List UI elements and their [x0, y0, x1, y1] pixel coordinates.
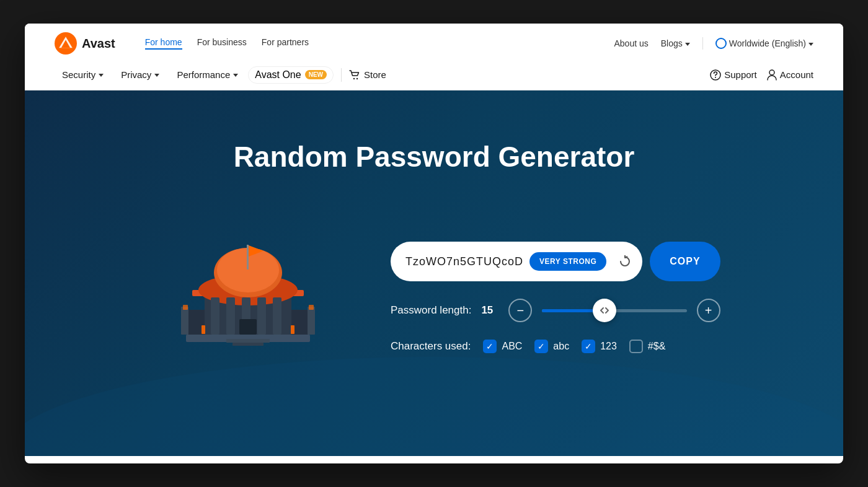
svg-rect-17	[257, 297, 266, 335]
char-checkbox-abc-lower: ✓	[534, 340, 548, 353]
char-label-abc-lower: abc	[553, 341, 569, 352]
svg-rect-21	[181, 307, 188, 335]
chars-row: Characters used: ✓ ABC ✓ abc	[391, 340, 720, 353]
performance-chevron-icon	[233, 74, 238, 77]
support-link[interactable]: Support	[710, 69, 757, 81]
nav-top-right: About us Blogs Worldwide (English)	[614, 37, 813, 50]
blogs-chevron-icon	[685, 43, 690, 46]
svg-rect-26	[226, 339, 270, 343]
nav-vertical-divider	[341, 68, 342, 82]
nav-for-home[interactable]: For home	[145, 37, 182, 50]
performance-nav[interactable]: Performance	[169, 66, 246, 84]
svg-rect-27	[232, 343, 264, 346]
slider-value: 15	[481, 304, 498, 317]
svg-rect-14	[211, 297, 219, 335]
avast-one-nav[interactable]: Avast One NEW	[248, 66, 334, 84]
svg-rect-24	[291, 325, 294, 334]
svg-rect-28	[183, 305, 188, 310]
char-checkbox-abc-upper: ✓	[483, 340, 497, 353]
svg-rect-12	[247, 245, 249, 270]
slider-plus-button[interactable]: +	[697, 299, 720, 322]
slider-thumb[interactable]	[593, 299, 616, 322]
slider-track-wrap[interactable]	[542, 299, 686, 322]
password-field-wrap: TzoWO7n5GTUQcoD VERY STRONG	[391, 242, 642, 281]
slider-thumb-icon	[600, 307, 609, 314]
security-nav[interactable]: Security	[55, 66, 111, 84]
password-value: TzoWO7n5GTUQcoD	[405, 255, 523, 268]
navbar: Avast For home For business For partners…	[25, 24, 843, 90]
support-icon	[710, 69, 721, 81]
nav-divider	[702, 37, 703, 50]
char-option-special[interactable]: #$&	[629, 340, 665, 353]
privacy-nav[interactable]: Privacy	[113, 66, 167, 84]
strength-badge: VERY STRONG	[529, 252, 606, 271]
svg-rect-18	[273, 297, 281, 335]
browser-window: Avast For home For business For partners…	[25, 24, 843, 463]
nav-bottom-right: Support Account	[710, 69, 813, 81]
char-checkbox-special	[629, 340, 643, 353]
language-chevron-icon	[808, 43, 813, 46]
svg-rect-25	[239, 319, 257, 335]
new-badge: NEW	[305, 70, 327, 79]
slider-label: Password length:	[391, 304, 471, 317]
slider-minus-button[interactable]: −	[508, 299, 532, 322]
blogs-link[interactable]: Blogs	[661, 38, 690, 48]
nav-top-links: For home For business For partners	[145, 37, 595, 50]
char-option-123[interactable]: ✓ 123	[582, 340, 617, 353]
building-illustration	[155, 211, 341, 384]
chars-label: Characters used:	[391, 340, 471, 353]
store-nav[interactable]: Store	[349, 69, 386, 80]
cart-icon	[349, 70, 360, 80]
char-label-special: #$&	[648, 341, 665, 352]
svg-point-1	[353, 77, 355, 79]
about-us-link[interactable]: About us	[614, 38, 648, 48]
svg-rect-22	[308, 307, 315, 335]
char-option-abc-upper[interactable]: ✓ ABC	[483, 340, 522, 353]
svg-point-5	[769, 70, 774, 75]
privacy-chevron-icon	[154, 74, 159, 77]
password-generator: TzoWO7n5GTUQcoD VERY STRONG COPY Passwo	[391, 242, 720, 353]
nav-bottom: Security Privacy Performance Avast One N…	[55, 59, 813, 90]
char-option-abc-lower[interactable]: ✓ abc	[534, 340, 569, 353]
security-chevron-icon	[99, 74, 104, 77]
account-icon	[767, 69, 777, 81]
svg-rect-29	[309, 305, 314, 310]
refresh-icon	[618, 255, 632, 268]
account-link[interactable]: Account	[767, 69, 813, 81]
svg-rect-15	[226, 297, 235, 335]
password-input-row: TzoWO7n5GTUQcoD VERY STRONG COPY	[391, 242, 720, 281]
avast-logo-icon	[55, 32, 77, 55]
building-svg	[155, 211, 341, 384]
hero-title: Random Password Generator	[234, 140, 635, 173]
hero-section: Random Password Generator	[25, 90, 843, 456]
svg-point-4	[715, 77, 716, 78]
language-selector[interactable]: Worldwide (English)	[715, 38, 813, 49]
char-label-abc-upper: ABC	[502, 341, 522, 352]
char-checkbox-123: ✓	[582, 340, 595, 353]
copy-button[interactable]: COPY	[650, 242, 720, 281]
refresh-button[interactable]	[613, 249, 637, 274]
nav-for-business[interactable]: For business	[197, 37, 247, 50]
svg-rect-23	[202, 325, 205, 334]
logo-text: Avast	[82, 37, 115, 51]
nav-top: Avast For home For business For partners…	[55, 24, 813, 59]
hero-content: TzoWO7n5GTUQcoD VERY STRONG COPY Passwo	[155, 211, 713, 384]
logo[interactable]: Avast	[55, 32, 115, 55]
svg-point-2	[356, 77, 358, 79]
char-label-123: 123	[600, 341, 617, 352]
globe-icon	[715, 38, 727, 49]
nav-for-partners[interactable]: For partners	[262, 37, 309, 50]
slider-row: Password length: 15 −	[391, 299, 720, 322]
